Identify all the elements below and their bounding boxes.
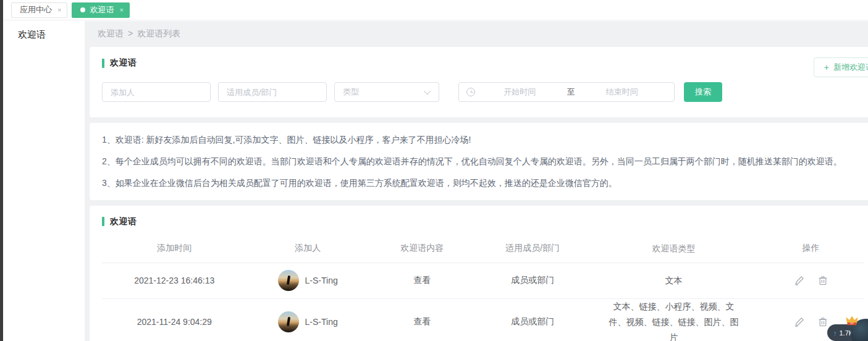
edit-icon[interactable] xyxy=(794,317,804,327)
section-title-text: 欢迎语 xyxy=(110,216,137,227)
plus-icon: + xyxy=(824,62,829,72)
cell-adder: L-S-Ting xyxy=(246,311,368,332)
avatar xyxy=(278,311,299,332)
cell-scope: 成员或部门 xyxy=(476,275,590,286)
avatar xyxy=(278,270,299,291)
cell-add-time: 2021-11-24 9:04:29 xyxy=(102,317,246,327)
breadcrumb-separator: > xyxy=(124,28,137,38)
upload-arrow-icon: ↑ xyxy=(833,329,837,337)
vip-label: VIP xyxy=(850,322,854,325)
active-dot-icon xyxy=(80,7,85,12)
adder-input[interactable] xyxy=(102,82,211,102)
table-row: 2021-11-24 9:04:29 L-S-Ting 查看 成员或部门 文本、… xyxy=(102,299,864,341)
cell-add-time: 2021-12-23 16:46:13 xyxy=(102,276,246,285)
col-add-time: 添加时间 xyxy=(102,243,246,254)
cell-type: 文本、链接、小程序、视频、文件、视频、链接、链接、图片、图片 xyxy=(590,299,757,341)
tab-app-center[interactable]: 应用中心 × xyxy=(11,2,67,18)
clock-icon xyxy=(466,88,475,96)
date-range-picker[interactable]: 开始时间 至 结束时间 xyxy=(458,82,675,102)
filter-row: 类型 开始时间 至 结束时间 搜索 xyxy=(102,82,864,102)
sidebar-item-welcome-message[interactable]: 欢迎语 xyxy=(3,21,85,41)
col-actions: 操作 xyxy=(757,243,864,254)
cell-scope: 成员或部门 xyxy=(476,316,590,327)
close-icon[interactable]: × xyxy=(57,7,61,14)
delete-icon[interactable] xyxy=(818,276,828,285)
tab-bar: 应用中心 × 欢迎语 × xyxy=(3,0,868,20)
cell-actions xyxy=(757,276,864,285)
cell-content: 查看 xyxy=(369,316,476,327)
cell-type: 文本 xyxy=(590,273,757,288)
search-card: 欢迎语 + 新增欢迎语 类型 开始时间 至 结束时间 搜索 xyxy=(90,47,868,117)
table-header: 添加时间 添加人 欢迎语内容 适用成员/部门 欢迎语类型 操作 xyxy=(102,235,864,263)
edit-icon[interactable] xyxy=(794,276,804,285)
notes-card: 1、欢迎语: 新好友添加后自动回复,可添加文字、图片、链接以及小程序，客户来了不… xyxy=(90,123,868,200)
adder-name: L-S-Ting xyxy=(305,276,338,285)
type-select-placeholder: 类型 xyxy=(343,86,359,98)
net-speed-widget[interactable]: ↑ 1.7K/s VIP xyxy=(812,306,868,341)
table-card: 欢迎语 添加时间 添加人 欢迎语内容 适用成员/部门 欢迎语类型 操作 2021… xyxy=(90,206,868,341)
tab-welcome-message[interactable]: 欢迎语 × xyxy=(72,2,129,18)
view-link[interactable]: 查看 xyxy=(413,316,431,326)
table-body: 2021-12-23 16:46:13 L-S-Ting 查看 成员或部门 文本 xyxy=(102,263,864,341)
col-adder: 添加人 xyxy=(246,243,368,254)
table-section-title: 欢迎语 xyxy=(102,216,864,227)
start-time-field[interactable]: 开始时间 xyxy=(475,86,565,98)
col-type: 欢迎语类型 xyxy=(590,241,757,256)
add-welcome-label: 新增欢迎语 xyxy=(833,62,868,73)
member-department-input[interactable] xyxy=(218,82,327,102)
window-edge-strip xyxy=(0,0,3,341)
end-time-field[interactable]: 结束时间 xyxy=(578,86,667,98)
close-icon[interactable]: × xyxy=(119,7,123,14)
view-link[interactable]: 查看 xyxy=(413,275,431,285)
note-2: 2、每个企业成员均可以拥有不同的欢迎语。当部门欢迎语和个人专属的欢迎语并存的情况… xyxy=(102,151,864,172)
breadcrumb-welcome-list[interactable]: 欢迎语列表 xyxy=(137,28,180,38)
add-welcome-button[interactable]: + 新增欢迎语 xyxy=(814,57,868,77)
section-marker xyxy=(102,59,104,68)
note-3: 3、如果企业在企业微信后台为相关成员配置了可用的欢迎语，使用第三方系统配置欢迎语… xyxy=(102,172,864,194)
tab-label: 欢迎语 xyxy=(90,4,114,15)
col-scope: 适用成员/部门 xyxy=(476,243,590,254)
sidebar: 欢迎语 xyxy=(3,21,85,341)
tab-label: 应用中心 xyxy=(20,4,52,15)
search-section-title: 欢迎语 xyxy=(102,57,864,69)
table-row: 2021-12-23 16:46:13 L-S-Ting 查看 成员或部门 文本 xyxy=(102,263,864,299)
note-1: 1、欢迎语: 新好友添加后自动回复,可添加文字、图片、链接以及小程序，客户来了不… xyxy=(102,129,864,151)
breadcrumb: 欢迎语>欢迎语列表 xyxy=(85,21,868,47)
search-button[interactable]: 搜索 xyxy=(684,82,722,102)
type-select[interactable]: 类型 xyxy=(334,82,439,102)
vip-crown-icon: VIP xyxy=(845,315,859,326)
cell-adder: L-S-Ting xyxy=(246,270,368,291)
main-content: 欢迎语>欢迎语列表 欢迎语 + 新增欢迎语 类型 开始时间 至 结束时间 搜索 xyxy=(85,21,868,341)
welcome-table: 添加时间 添加人 欢迎语内容 适用成员/部门 欢迎语类型 操作 2021-12-… xyxy=(102,235,864,341)
cell-content: 查看 xyxy=(369,275,476,286)
adder-name: L-S-Ting xyxy=(305,317,338,327)
section-marker xyxy=(102,217,104,226)
section-title-text: 欢迎语 xyxy=(110,57,137,69)
range-separator: 至 xyxy=(565,86,578,98)
chevron-down-icon xyxy=(424,88,431,95)
col-content: 欢迎语内容 xyxy=(369,243,476,254)
breadcrumb-welcome[interactable]: 欢迎语 xyxy=(98,28,124,38)
